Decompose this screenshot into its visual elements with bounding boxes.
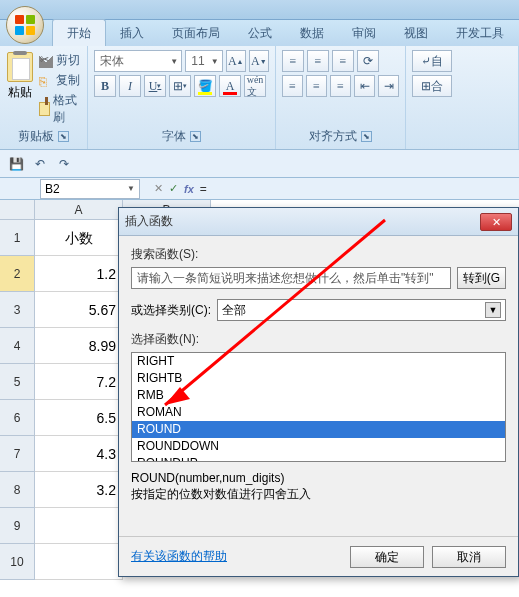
row-header[interactable]: 8	[0, 472, 35, 508]
column-header-a[interactable]: A	[35, 200, 123, 220]
list-item[interactable]: RIGHT	[132, 353, 505, 370]
align-center-button[interactable]: ≡	[306, 75, 327, 97]
phonetic-button[interactable]: wén文	[244, 75, 266, 97]
dialog-titlebar[interactable]: 插入函数 ✕	[119, 208, 518, 236]
tab-review[interactable]: 审阅	[338, 20, 390, 46]
list-item[interactable]: ROUNDUP	[132, 455, 505, 462]
row-header[interactable]: 6	[0, 400, 35, 436]
indent-inc-button[interactable]: ⇥	[378, 75, 399, 97]
bold-button[interactable]: B	[94, 75, 116, 97]
tab-dev[interactable]: 开发工具	[442, 20, 518, 46]
cell-a3[interactable]: 5.67	[35, 292, 123, 328]
copy-icon	[39, 74, 53, 88]
group-align: ≡ ≡ ≡ ⟳ ≡ ≡ ≡ ⇤ ⇥ 对齐方式⬊	[276, 46, 406, 149]
align-bottom-button[interactable]: ≡	[332, 50, 354, 72]
office-button[interactable]	[6, 6, 44, 44]
italic-button[interactable]: I	[119, 75, 141, 97]
close-button[interactable]: ✕	[480, 213, 512, 231]
tab-data[interactable]: 数据	[286, 20, 338, 46]
font-name-combo[interactable]: 宋体▼	[94, 50, 182, 72]
row-header[interactable]: 1	[0, 220, 35, 256]
font-color-button[interactable]: A	[219, 75, 241, 97]
redo-button[interactable]: ↷	[54, 154, 74, 174]
font-group-label: 字体	[162, 128, 186, 145]
cell-a4[interactable]: 8.99	[35, 328, 123, 364]
cell-a7[interactable]: 4.3	[35, 436, 123, 472]
fill-color-button[interactable]: 🪣	[194, 75, 216, 97]
tab-home[interactable]: 开始	[52, 19, 106, 46]
chevron-down-icon: ▼	[211, 57, 219, 66]
font-expand-icon[interactable]: ⬊	[190, 131, 201, 142]
indent-dec-button[interactable]: ⇤	[354, 75, 375, 97]
orientation-button[interactable]: ⟳	[357, 50, 379, 72]
clipboard-icon	[7, 52, 33, 82]
tab-formula[interactable]: 公式	[234, 20, 286, 46]
row-header[interactable]: 3	[0, 292, 35, 328]
cell-a2[interactable]: 1.2	[35, 256, 123, 292]
shrink-font-button[interactable]: A▼	[249, 50, 269, 72]
row-header[interactable]: 7	[0, 436, 35, 472]
tab-layout[interactable]: 页面布局	[158, 20, 234, 46]
align-expand-icon[interactable]: ⬊	[361, 131, 372, 142]
save-button[interactable]: 💾	[6, 154, 26, 174]
row-header[interactable]: 10	[0, 544, 35, 580]
cell-a6[interactable]: 6.5	[35, 400, 123, 436]
chevron-down-icon: ▼	[170, 57, 178, 66]
help-link[interactable]: 有关该函数的帮助	[131, 548, 227, 565]
paste-button[interactable]: 粘贴	[6, 50, 35, 126]
cell-a10[interactable]	[35, 544, 123, 580]
chevron-down-icon: ▼	[485, 302, 501, 318]
undo-button[interactable]: ↶	[30, 154, 50, 174]
align-left-button[interactable]: ≡	[282, 75, 303, 97]
list-item[interactable]: RIGHTB	[132, 370, 505, 387]
align-top-button[interactable]: ≡	[282, 50, 304, 72]
border-button[interactable]: ⊞▾	[169, 75, 191, 97]
align-middle-button[interactable]: ≡	[307, 50, 329, 72]
cancel-button[interactable]: 取消	[432, 546, 506, 568]
cut-button[interactable]: 剪切	[39, 52, 81, 69]
ok-button[interactable]: 确定	[350, 546, 424, 568]
underline-button[interactable]: U▾	[144, 75, 166, 97]
copy-button[interactable]: 复制	[39, 72, 81, 89]
wrap-text-button[interactable]: ⤶自	[412, 50, 452, 72]
category-label: 或选择类别(C):	[131, 302, 211, 319]
list-item[interactable]: ROUNDDOWN	[132, 438, 505, 455]
tab-insert[interactable]: 插入	[106, 20, 158, 46]
select-all-corner[interactable]	[0, 200, 35, 220]
list-item[interactable]: RMB	[132, 387, 505, 404]
cell-a8[interactable]: 3.2	[35, 472, 123, 508]
dialog-title: 插入函数	[125, 213, 173, 230]
function-listbox[interactable]: RIGHT RIGHTB RMB ROMAN ROUND ROUNDDOWN R…	[131, 352, 506, 462]
cell-a5[interactable]: 7.2	[35, 364, 123, 400]
align-group-label: 对齐方式	[309, 128, 357, 145]
tab-view[interactable]: 视图	[390, 20, 442, 46]
cell-a9[interactable]	[35, 508, 123, 544]
merge-button[interactable]: ⊞合	[412, 75, 452, 97]
search-input[interactable]: 请输入一条简短说明来描述您想做什么，然后单击"转到"	[131, 267, 451, 289]
formula-bar[interactable]: =	[194, 182, 519, 196]
function-signature: ROUND(number,num_digits)	[131, 470, 506, 486]
go-button[interactable]: 转到(G	[457, 267, 506, 289]
cell-a1[interactable]: 小数	[35, 220, 123, 256]
font-size-combo[interactable]: 11▼	[185, 50, 222, 72]
grow-font-button[interactable]: A▲	[226, 50, 246, 72]
row-header[interactable]: 5	[0, 364, 35, 400]
brush-icon	[39, 102, 50, 116]
name-box[interactable]: B2 ▼	[40, 179, 140, 199]
category-select[interactable]: 全部 ▼	[217, 299, 506, 321]
ribbon: 粘贴 剪切 复制 格式刷 剪贴板⬊ 宋体▼ 11▼ A▲ A▼ B I U▾ ⊞…	[0, 46, 519, 150]
list-item-selected[interactable]: ROUND	[132, 421, 505, 438]
row-header[interactable]: 4	[0, 328, 35, 364]
cancel-formula-icon[interactable]: ✕	[154, 182, 163, 195]
search-label: 搜索函数(S):	[131, 246, 506, 263]
list-item[interactable]: ROMAN	[132, 404, 505, 421]
clipboard-expand-icon[interactable]: ⬊	[58, 131, 69, 142]
row-header[interactable]: 2	[0, 256, 35, 292]
format-painter-button[interactable]: 格式刷	[39, 92, 81, 126]
group-wrap: ⤶自 ⊞合	[406, 46, 519, 149]
row-header[interactable]: 9	[0, 508, 35, 544]
paste-label: 粘贴	[8, 84, 32, 101]
accept-formula-icon[interactable]: ✓	[169, 182, 178, 195]
fx-icon[interactable]: fx	[184, 183, 194, 195]
align-right-button[interactable]: ≡	[330, 75, 351, 97]
